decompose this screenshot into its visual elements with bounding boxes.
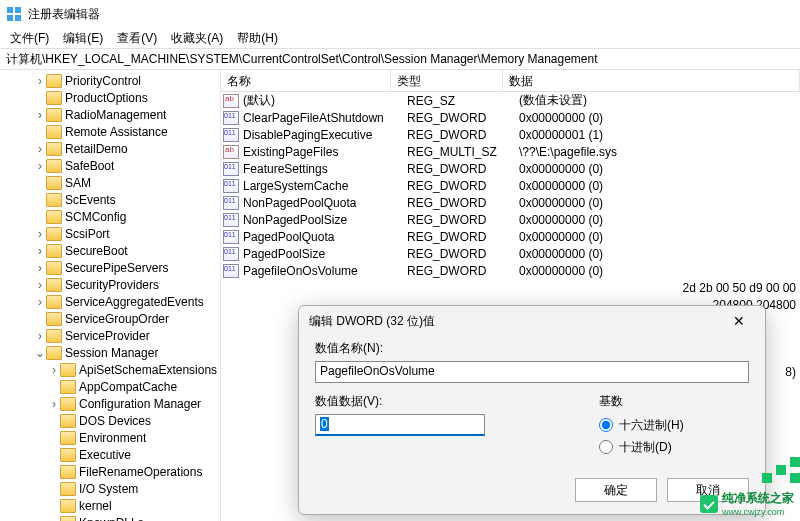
- tree-item[interactable]: SAM: [0, 174, 220, 191]
- folder-icon: [46, 278, 62, 292]
- expand-icon[interactable]: ›: [48, 397, 60, 411]
- column-data[interactable]: 数据: [503, 70, 800, 91]
- folder-icon: [46, 346, 62, 360]
- tree-item[interactable]: ›Configuration Manager: [0, 395, 220, 412]
- folder-icon: [60, 414, 76, 428]
- menu-help[interactable]: 帮助(H): [231, 28, 284, 49]
- folder-icon: [46, 125, 62, 139]
- expand-icon[interactable]: ⌄: [34, 346, 46, 360]
- value-row[interactable]: LargeSystemCacheREG_DWORD0x00000000 (0): [221, 177, 800, 194]
- tree-item[interactable]: ProductOptions: [0, 89, 220, 106]
- value-data-field[interactable]: 0: [315, 414, 485, 436]
- value-row[interactable]: NonPagedPoolSizeREG_DWORD0x00000000 (0): [221, 211, 800, 228]
- expand-icon[interactable]: ›: [34, 108, 46, 122]
- address-bar[interactable]: 计算机\HKEY_LOCAL_MACHINE\SYSTEM\CurrentCon…: [0, 48, 800, 70]
- tree-item[interactable]: FileRenameOperations: [0, 463, 220, 480]
- close-button[interactable]: ✕: [723, 309, 755, 333]
- radio-dec[interactable]: 十进制(D): [599, 436, 749, 458]
- folder-icon: [60, 448, 76, 462]
- tree-item[interactable]: DOS Devices: [0, 412, 220, 429]
- menu-edit[interactable]: 编辑(E): [57, 28, 109, 49]
- svg-rect-2: [7, 15, 13, 21]
- column-name[interactable]: 名称: [221, 70, 391, 91]
- value-row[interactable]: PagedPoolQuotaREG_DWORD0x00000000 (0): [221, 228, 800, 245]
- value-name-field[interactable]: PagefileOnOsVolume: [315, 361, 749, 383]
- ok-button[interactable]: 确定: [575, 478, 657, 502]
- tree-item[interactable]: ServiceGroupOrder: [0, 310, 220, 327]
- expand-icon[interactable]: ›: [34, 74, 46, 88]
- expand-icon[interactable]: ›: [34, 227, 46, 241]
- column-type[interactable]: 类型: [391, 70, 503, 91]
- expand-icon[interactable]: ›: [34, 142, 46, 156]
- tree-item[interactable]: ›ServiceProvider: [0, 327, 220, 344]
- folder-icon: [46, 176, 62, 190]
- tree-item[interactable]: ›ScsiPort: [0, 225, 220, 242]
- expand-icon[interactable]: ›: [34, 244, 46, 258]
- folder-icon: [60, 380, 76, 394]
- tree-item[interactable]: ›SecureBoot: [0, 242, 220, 259]
- window-title: 注册表编辑器: [28, 6, 100, 23]
- tree-item[interactable]: ›SecurePipeServers: [0, 259, 220, 276]
- tree-item[interactable]: ›ApiSetSchemaExtensions: [0, 361, 220, 378]
- expand-icon[interactable]: ›: [34, 295, 46, 309]
- folder-icon: [60, 397, 76, 411]
- menu-file[interactable]: 文件(F): [4, 28, 55, 49]
- folder-icon: [46, 244, 62, 258]
- folder-icon: [46, 295, 62, 309]
- tree-item[interactable]: SCMConfig: [0, 208, 220, 225]
- expand-icon[interactable]: ›: [34, 278, 46, 292]
- folder-icon: [46, 210, 62, 224]
- value-row[interactable]: FeatureSettingsREG_DWORD0x00000000 (0): [221, 160, 800, 177]
- folder-icon: [60, 431, 76, 445]
- tree-item[interactable]: ›RetailDemo: [0, 140, 220, 157]
- tree-item[interactable]: AppCompatCache: [0, 378, 220, 395]
- menu-favorites[interactable]: 收藏夹(A): [165, 28, 229, 49]
- app-icon: [6, 6, 22, 22]
- expand-icon[interactable]: ›: [34, 261, 46, 275]
- tree-item[interactable]: ›SecurityProviders: [0, 276, 220, 293]
- folder-icon: [46, 108, 62, 122]
- svg-rect-1: [15, 7, 21, 13]
- tree-item[interactable]: Environment: [0, 429, 220, 446]
- folder-icon: [46, 261, 62, 275]
- tree-item[interactable]: I/O System: [0, 480, 220, 497]
- tree-item[interactable]: ScEvents: [0, 191, 220, 208]
- radio-hex[interactable]: 十六进制(H): [599, 414, 749, 436]
- tree-item[interactable]: Remote Assistance: [0, 123, 220, 140]
- expand-icon[interactable]: ›: [48, 363, 60, 377]
- value-row[interactable]: ClearPageFileAtShutdownREG_DWORD0x000000…: [221, 109, 800, 126]
- tree-item[interactable]: ›ServiceAggregatedEvents: [0, 293, 220, 310]
- folder-icon: [60, 516, 76, 522]
- folder-icon: [46, 193, 62, 207]
- menu-bar: 文件(F) 编辑(E) 查看(V) 收藏夹(A) 帮助(H): [0, 28, 800, 48]
- edit-dword-dialog: 编辑 DWORD (32 位)值 ✕ 数值名称(N): PagefileOnOs…: [298, 305, 766, 515]
- value-icon: [223, 111, 239, 125]
- folder-icon: [46, 159, 62, 173]
- tree-view[interactable]: ›PriorityControlProductOptions›RadioMana…: [0, 70, 220, 521]
- tree-item[interactable]: ›PriorityControl: [0, 72, 220, 89]
- value-row[interactable]: (默认)REG_SZ(数值未设置): [221, 92, 800, 109]
- value-row[interactable]: NonPagedPoolQuotaREG_DWORD0x00000000 (0): [221, 194, 800, 211]
- value-row[interactable]: PagedPoolSizeREG_DWORD0x00000000 (0): [221, 245, 800, 262]
- tree-item[interactable]: Executive: [0, 446, 220, 463]
- tree-item[interactable]: KnownDLLs: [0, 514, 220, 521]
- value-icon: [223, 247, 239, 261]
- value-icon: [223, 230, 239, 244]
- value-row[interactable]: ExistingPageFilesREG_MULTI_SZ\??\E:\page…: [221, 143, 800, 160]
- expand-icon[interactable]: ›: [34, 329, 46, 343]
- dialog-title: 编辑 DWORD (32 位)值: [309, 313, 435, 330]
- folder-icon: [46, 312, 62, 326]
- watermark-logo-icon: [700, 495, 718, 513]
- folder-icon: [46, 329, 62, 343]
- tree-item[interactable]: kernel: [0, 497, 220, 514]
- value-row[interactable]: PagefileOnOsVolumeREG_DWORD0x00000000 (0…: [221, 262, 800, 279]
- menu-view[interactable]: 查看(V): [111, 28, 163, 49]
- tree-item[interactable]: ›RadioManagement: [0, 106, 220, 123]
- tree-item[interactable]: ›SafeBoot: [0, 157, 220, 174]
- expand-icon[interactable]: ›: [34, 159, 46, 173]
- list-header: 名称 类型 数据: [221, 70, 800, 92]
- tree-item[interactable]: ⌄Session Manager: [0, 344, 220, 361]
- value-row[interactable]: DisablePagingExecutiveREG_DWORD0x0000000…: [221, 126, 800, 143]
- folder-icon: [60, 499, 76, 513]
- folder-icon: [60, 482, 76, 496]
